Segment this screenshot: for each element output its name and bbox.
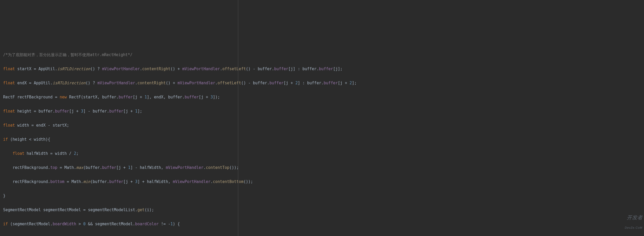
code-line: rectFBackground.top = Math.max(buffer.bu… <box>3 164 641 171</box>
code-editor-content[interactable]: /*为了底部能对齐，百分比显示正确，暂时不使用attr.mRectHeight*… <box>3 44 641 236</box>
code-comment: /*为了底部能对齐，百分比显示正确，暂时不使用attr.mRectHeight*… <box>3 52 133 57</box>
code-line: if (segmentRectModel.boardWidth > 0 && s… <box>3 221 641 228</box>
code-line: if (height < width){ <box>3 136 641 143</box>
code-line: /*为了底部能对齐，百分比显示正确，暂时不使用attr.mRectHeight*… <box>3 51 641 58</box>
code-line: float endX = AppUtil.isRTLDirection() ? … <box>3 80 641 87</box>
code-line: rectFBackground.bottom = Math.min(buffer… <box>3 178 641 185</box>
code-line: RectF rectFBackground = new RectF(startX… <box>3 94 641 101</box>
code-line: float height = buffer.buffer[j + 3] - bu… <box>3 108 641 115</box>
code-line: float halfWidth = width / 2; <box>3 150 641 157</box>
code-line: float startX = AppUtil.isRTLDirection() … <box>3 66 641 73</box>
code-line: } <box>3 192 641 199</box>
code-line: float width = endX - startX; <box>3 122 641 129</box>
code-line: SegmentRectModel segmentRectModel = segm… <box>3 206 641 214</box>
code-line: mBarBorderPaint.setStrokeWidth(segmentRe… <box>3 235 641 236</box>
